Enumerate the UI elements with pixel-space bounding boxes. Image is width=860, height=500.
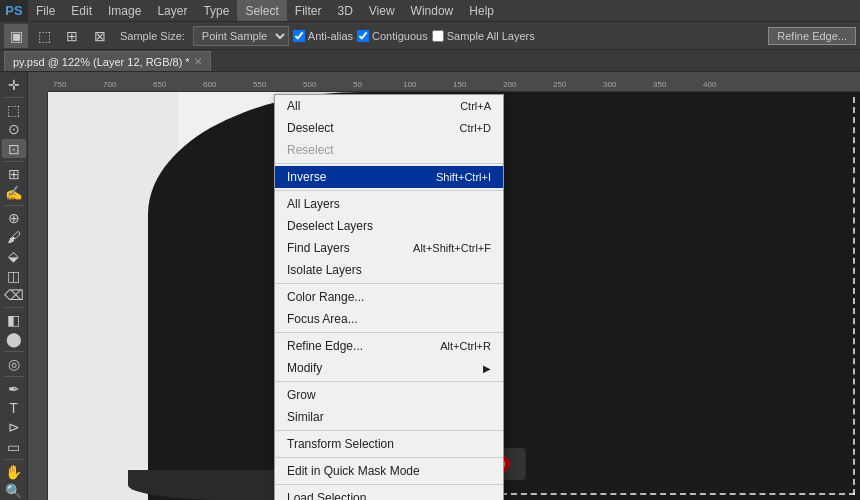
menu-item-inverse[interactable]: Inverse Shift+Ctrl+I [275,166,503,188]
text-tool-btn[interactable]: T [2,399,26,417]
clone-tool-btn[interactable]: ⬙ [2,247,26,265]
lasso-tool-btn[interactable]: ⊙ [2,120,26,138]
left-toolbar: ✛ ⬚ ⊙ ⊡ ⊞ ✍ ⊕ 🖌 ⬙ ◫ ⌫ ◧ ⬤ ◎ ✒ T ⊳ ▭ ✋ 🔍 [0,72,28,500]
refine-edge-button[interactable]: Refine Edge... [768,27,856,45]
sample-size-label: Sample Size: [116,28,189,44]
ruler-left [28,92,48,500]
toolbar-separator-4 [4,307,24,308]
toolbar-separator-3 [4,205,24,206]
zoom-tool-btn[interactable]: 🔍 [2,482,26,500]
menu-3d[interactable]: 3D [329,0,360,21]
menu-item-quick-mask[interactable]: Edit in Quick Mask Mode [275,460,503,482]
healing-tool-btn[interactable]: ⊕ [2,209,26,227]
brush-tool-btn[interactable]: 🖌 [2,228,26,246]
history-tool-btn[interactable]: ◫ [2,266,26,284]
shape-tool-btn[interactable]: ▭ [2,438,26,456]
canvas-area: 750 700 650 600 550 500 50 100 150 200 2… [28,72,860,500]
eyedropper-tool-btn[interactable]: ✍ [2,184,26,202]
menu-separator-6 [275,430,503,431]
menu-item-reselect: Reselect [275,139,503,161]
blur-tool-btn[interactable]: ⬤ [2,330,26,348]
menu-edit[interactable]: Edit [63,0,100,21]
ruler-corner [28,72,48,92]
menu-image[interactable]: Image [100,0,149,21]
workspace: ✛ ⬚ ⊙ ⊡ ⊞ ✍ ⊕ 🖌 ⬙ ◫ ⌫ ◧ ⬤ ◎ ✒ T ⊳ ▭ ✋ 🔍 … [0,72,860,500]
ps-logo: PS [0,0,28,22]
toolbar-separator-7 [4,459,24,460]
menu-item-similar[interactable]: Similar [275,406,503,428]
move-tool-btn[interactable]: ✛ [2,76,26,94]
tab-close-icon[interactable]: ✕ [194,56,202,67]
menu-file[interactable]: File [28,0,63,21]
menu-item-all[interactable]: All Ctrl+A [275,95,503,117]
menu-item-deselect-layers[interactable]: Deselect Layers [275,215,503,237]
menu-item-refine-edge[interactable]: Refine Edge... Alt+Ctrl+R [275,335,503,357]
toolbar-separator-1 [4,97,24,98]
quick-select-tool-btn[interactable]: ⊡ [2,139,26,157]
tool-icon-extra[interactable]: ⊠ [88,24,112,48]
menu-separator-2 [275,190,503,191]
selection-indicator-right [853,97,855,495]
menu-item-isolate-layers[interactable]: Isolate Layers [275,259,503,281]
active-tab[interactable]: py.psd @ 122% (Layer 12, RGB/8) * ✕ [4,51,211,71]
tool-icon-feather[interactable]: ⬚ [32,24,56,48]
menu-item-color-range[interactable]: Color Range... [275,286,503,308]
contiguous-checkbox[interactable]: Contiguous [357,30,428,42]
menu-view[interactable]: View [361,0,403,21]
menu-separator-8 [275,484,503,485]
menu-help[interactable]: Help [461,0,502,21]
marquee-tool-btn[interactable]: ⬚ [2,101,26,119]
ruler-ticks-top: 750 700 650 600 550 500 50 100 150 200 2… [48,72,860,91]
hat-shape: THENORTHFACE [148,92,860,500]
toolbar-separator-5 [4,351,24,352]
pen-tool-btn[interactable]: ✒ [2,380,26,398]
gradient-tool-btn[interactable]: ◧ [2,311,26,329]
dodge-tool-btn[interactable]: ◎ [2,355,26,373]
select-dropdown-menu: All Ctrl+A Deselect Ctrl+D Reselect Inve… [274,94,504,500]
menu-bar: PS File Edit Image Layer Type Select Fil… [0,0,860,22]
menu-item-all-layers[interactable]: All Layers [275,193,503,215]
menu-type[interactable]: Type [195,0,237,21]
submenu-arrow-modify: ▶ [483,363,491,374]
menu-separator-3 [275,283,503,284]
ruler-top: 750 700 650 600 550 500 50 100 150 200 2… [48,72,860,92]
menu-window[interactable]: Window [403,0,462,21]
menu-select[interactable]: Select [237,0,286,21]
menu-layer[interactable]: Layer [149,0,195,21]
options-bar: ▣ ⬚ ⊞ ⊠ Sample Size: Point Sample Anti-a… [0,22,860,50]
sample-size-dropdown[interactable]: Point Sample [193,26,289,46]
crop-tool-btn[interactable]: ⊞ [2,164,26,182]
menu-separator-7 [275,457,503,458]
toolbar-separator-2 [4,161,24,162]
menu-filter[interactable]: Filter [287,0,330,21]
menu-separator-5 [275,381,503,382]
path-tool-btn[interactable]: ⊳ [2,418,26,436]
menu-item-focus-area[interactable]: Focus Area... [275,308,503,330]
menu-item-load-selection[interactable]: Load Selection... [275,487,503,500]
tool-icon-magic[interactable]: ⊞ [60,24,84,48]
hand-tool-btn[interactable]: ✋ [2,463,26,481]
toolbar-separator-6 [4,376,24,377]
eraser-tool-btn[interactable]: ⌫ [2,286,26,304]
menu-item-find-layers[interactable]: Find Layers Alt+Shift+Ctrl+F [275,237,503,259]
menu-items: File Edit Image Layer Type Select Filter… [28,0,502,21]
menu-item-modify[interactable]: Modify ▶ [275,357,503,379]
sample-all-layers-checkbox[interactable]: Sample All Layers [432,30,535,42]
tool-icon-rect[interactable]: ▣ [4,24,28,48]
menu-separator-1 [275,163,503,164]
menu-item-deselect[interactable]: Deselect Ctrl+D [275,117,503,139]
tab-label: py.psd @ 122% (Layer 12, RGB/8) * [13,56,190,68]
menu-item-transform-selection[interactable]: Transform Selection [275,433,503,455]
menu-item-grow[interactable]: Grow [275,384,503,406]
tab-bar: py.psd @ 122% (Layer 12, RGB/8) * ✕ [0,50,860,72]
menu-separator-4 [275,332,503,333]
anti-alias-checkbox[interactable]: Anti-alias [293,30,353,42]
